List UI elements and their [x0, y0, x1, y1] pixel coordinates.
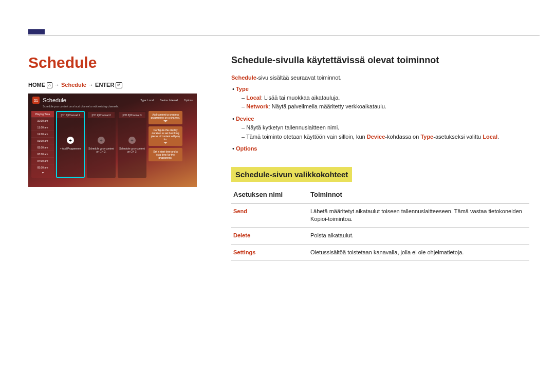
setting-name: Send — [231, 203, 308, 228]
channel-header: [CH 2]Channel 2 — [88, 112, 115, 118]
side-card-text: Add content to create a programme on a c… — [151, 113, 180, 119]
time-slot: 02:00 am — [31, 144, 54, 151]
channel-header: [CH 1]Channel 1 — [57, 112, 84, 118]
shot-options: Options — [184, 99, 193, 102]
time-column: Playing Time 10:00 am 11:00 am 12:00 am … — [31, 111, 54, 178]
functions-heading: Schedule-sivulla käytettävissä olevat to… — [231, 54, 529, 67]
breadcrumb-schedule: Schedule — [61, 82, 86, 88]
channel-header: [CH 3]Channel 3 — [119, 112, 145, 118]
note-pre: Tämä toiminto otetaan käyttöön vain sill… — [246, 134, 367, 140]
chevron-down-icon — [163, 142, 168, 144]
function-list: Type Local: Lisää tai muokkaa aikatauluj… — [232, 85, 529, 153]
add-icon: + — [98, 137, 105, 144]
shot-subtitle: Schedule your content on a local channel… — [28, 105, 197, 111]
chevron-down-icon — [163, 120, 168, 122]
note-device-kw: Device — [367, 134, 385, 140]
breadcrumb-enter: ENTER — [95, 82, 114, 88]
intro-text: -sivu sisältää seuraavat toiminnot. — [256, 74, 342, 81]
calendar-icon: 31 — [32, 97, 40, 104]
schedule-screenshot: 31 Schedule Type: Local Device: Internal… — [28, 94, 197, 187]
time-slot: 03:00 am — [31, 151, 54, 157]
type-label: Type — [236, 86, 249, 92]
channel-label: + Add Programme — [57, 147, 84, 150]
function-item-options: Options — [232, 145, 529, 153]
time-slot: 01:00 am — [31, 137, 54, 144]
function-item-device: Device Näytä kytketyn tallennuslaitteen … — [232, 115, 529, 141]
col-setting-name: Asetuksen nimi — [231, 187, 308, 203]
intro-keyword: Schedule — [231, 74, 256, 81]
setting-func: Oletussisältöä toistetaan kanavalla, jol… — [308, 244, 529, 260]
time-slot: 05:00 am — [31, 164, 54, 171]
table-header-row: Asetuksen nimi Toiminnot — [231, 187, 529, 203]
side-cards: Add content to create a programme on a c… — [149, 111, 182, 178]
table-row: Send Lähetä määritetyt aikataulut toisee… — [231, 203, 529, 228]
network-keyword: Network — [246, 103, 268, 109]
setting-name: Settings — [231, 244, 308, 260]
time-scroll-down-icon: ▾ — [31, 171, 54, 174]
side-card-text: Configure the display duration to set ho… — [151, 128, 180, 141]
channel-label: Schedule your content on CH 3. — [119, 147, 145, 153]
enter-icon: ↵ — [116, 82, 122, 88]
menu-items-heading: Schedule-sivun valikkokohteet — [231, 167, 352, 182]
right-column: Schedule-sivulla käytettävissä olevat to… — [231, 54, 529, 261]
local-text: : Lisää tai muokkaa aikatauluja. — [261, 95, 340, 101]
channel-column-2: [CH 2]Channel 2 + Schedule your content … — [87, 111, 116, 178]
breadcrumb-home: HOME — [28, 82, 45, 88]
intro-paragraph: Schedule-sivu sisältää seuraavat toiminn… — [231, 74, 529, 82]
local-keyword: Local — [246, 95, 261, 101]
shot-type: Type: Local — [140, 99, 154, 102]
breadcrumb-arrow-1: → — [54, 82, 61, 88]
table-row: Delete Poista aikataulut. — [231, 228, 529, 244]
left-column: Schedule HOME ⌂ → Schedule → ENTER ↵ 31 … — [28, 54, 198, 187]
note-mid2: -asetukseksi valittu — [433, 134, 483, 140]
time-slot: 10:00 am — [31, 117, 54, 124]
type-sub-network: Network: Näytä palvelimella määritetty v… — [242, 103, 529, 110]
side-card: Set a start time and a stop time for the… — [149, 148, 182, 161]
time-slot: 12:00 am — [31, 130, 54, 137]
home-icon: ⌂ — [47, 82, 52, 88]
shot-device: Device: Internal — [160, 99, 178, 102]
note-local-kw: Local — [483, 134, 497, 140]
function-item-type: Type Local: Lisää tai muokkaa aikatauluj… — [232, 85, 529, 111]
col-functions: Toiminnot — [308, 187, 529, 203]
setting-func: Poista aikataulut. — [308, 228, 529, 244]
table-row: Settings Oletussisältöä toistetaan kanav… — [231, 244, 529, 260]
side-card-text: Set a start time and a stop time for the… — [153, 150, 178, 159]
time-slot: 11:00 am — [31, 124, 54, 130]
setting-name: Delete — [231, 228, 308, 244]
page-title: Schedule — [28, 54, 198, 71]
side-card: Add content to create a programme on a c… — [149, 111, 182, 124]
device-sub-note: Tämä toiminto otetaan käyttöön vain sill… — [242, 133, 529, 141]
time-header: Playing Time — [31, 111, 54, 117]
options-label: Options — [236, 145, 257, 152]
note-type-kw: Type — [420, 134, 433, 140]
shot-body: Playing Time 10:00 am 11:00 am 12:00 am … — [28, 111, 197, 178]
device-sub-list: Näytä kytketyn tallennuslaitteen nimi. T… — [242, 124, 529, 141]
header-accent-block — [28, 29, 45, 34]
time-slot: 04:00 am — [31, 157, 54, 164]
shot-top-right: Type: Local Device: Internal Options — [140, 99, 193, 102]
options-table: Asetuksen nimi Toiminnot Send Lähetä mää… — [231, 187, 529, 261]
shot-header: 31 Schedule Type: Local Device: Internal… — [28, 94, 197, 105]
top-divider — [28, 35, 540, 36]
network-text: : Näytä palvelimella määritetty verkkoai… — [269, 103, 386, 109]
device-sub-plain: Näytä kytketyn tallennuslaitteen nimi. — [242, 124, 529, 132]
channel-label: Schedule your content on CH 2. — [88, 147, 115, 153]
channel-column-3: [CH 3]Channel 3 + Schedule your content … — [118, 111, 146, 178]
add-icon: + — [67, 137, 74, 144]
channel-column-1: [CH 1]Channel 1 + + Add Programme — [56, 111, 85, 178]
note-end: . — [497, 134, 499, 140]
type-sub-local: Local: Lisää tai muokkaa aikatauluja. — [242, 94, 529, 102]
add-icon: + — [128, 137, 136, 144]
breadcrumb: HOME ⌂ → Schedule → ENTER ↵ — [28, 82, 198, 88]
side-card: Configure the display duration to set ho… — [149, 126, 182, 146]
device-label: Device — [236, 116, 254, 122]
setting-func: Lähetä määritetyt aikataulut toiseen tal… — [308, 203, 529, 228]
type-sub-list: Local: Lisää tai muokkaa aikatauluja. Ne… — [242, 94, 529, 111]
note-mid: -kohdassa on — [385, 134, 420, 140]
breadcrumb-arrow-2: → — [88, 82, 95, 88]
shot-title: Schedule — [43, 97, 66, 103]
